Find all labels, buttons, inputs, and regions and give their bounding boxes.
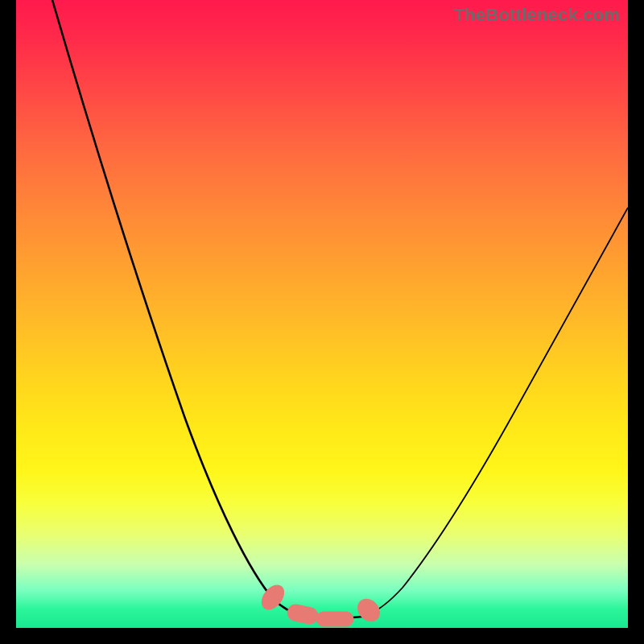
curve-right-branch: [362, 208, 628, 617]
curve-left-branch: [52, 0, 304, 617]
chart-frame: TheBottleneck.com: [16, 0, 628, 628]
bottom-marker-group: [258, 581, 384, 626]
watermark-text: TheBottleneck.com: [454, 5, 620, 26]
bottleneck-curve: [16, 0, 628, 628]
marker-2: [286, 603, 319, 625]
marker-4: [353, 595, 384, 625]
marker-3: [316, 612, 353, 626]
plot-area: TheBottleneck.com: [16, 0, 628, 628]
